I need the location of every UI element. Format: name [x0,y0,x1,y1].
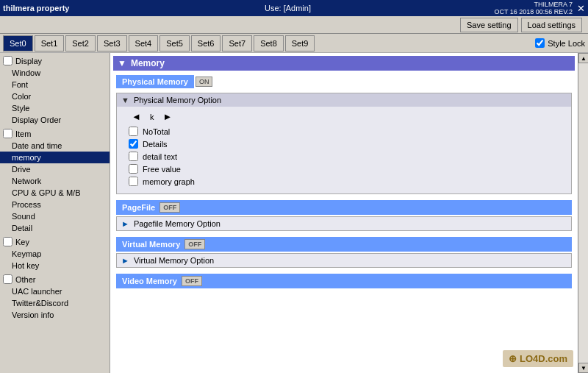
virtual-memory-label: Virtual Memory [122,240,180,249]
key-group-label: Key [15,238,29,246]
scroll-up-button[interactable]: ▲ [578,53,588,63]
sidebar-item-date-time[interactable]: Date and time [0,140,110,152]
sidebar-item-network[interactable]: Network [0,175,110,187]
key-group-checkbox[interactable] [3,237,12,246]
nav-value: k [150,113,154,121]
load-settings-button[interactable]: Load settings [521,18,582,32]
sidebar-item-version[interactable]: Version info [0,309,110,321]
sidebar-item-keymap[interactable]: Keymap [0,248,110,260]
details-label: Details [143,140,168,149]
display-group-label: Display [15,57,42,65]
video-memory-section: Video Memory OFF [116,274,572,288]
pagefile-option-title: Pagefile Memory Option [134,219,220,228]
memory-collapse-arrow[interactable]: ▼ [118,58,126,68]
virtual-memory-status: OFF [184,239,205,249]
pagefile-status: OFF [159,202,180,213]
virtual-memory-option-row[interactable]: ► Virtual Memory Option [116,253,572,268]
sidebar-item-twitter[interactable]: Twitter&Discord [0,297,110,309]
sidebar-item-detail[interactable]: Detail [0,222,110,234]
physical-memory-option-panel: ▼ Physical Memory Option ◄ k ► NoTotal D… [116,93,572,194]
tab-set1[interactable]: Set1 [35,35,65,51]
checkbox-memory-graph: memory graph [129,177,559,186]
close-button[interactable]: ✕ [577,3,585,14]
detail-text-label: detail text [143,152,177,161]
sidebar-item-memory[interactable]: memory [0,152,110,163]
details-checkbox[interactable] [129,139,138,149]
physical-memory-option-header[interactable]: ▼ Physical Memory Option [117,93,571,107]
pagefile-section: PageFile OFF ► Pagefile Memory Option [116,200,572,231]
sidebar-item-sound[interactable]: Sound [0,210,110,222]
sidebar-group-other: Other UAC launcher Twitter&Discord Versi… [0,273,110,321]
sidebar-item-window[interactable]: Window [0,67,110,79]
display-group-checkbox[interactable] [3,56,12,65]
sidebar-group-item-header: Item [0,127,110,140]
sidebar-group-key: Key Keymap Hot key [0,235,110,271]
physical-memory-option-body: ◄ k ► NoTotal Details detail text [117,107,571,193]
physical-memory-status[interactable]: ON [196,77,213,87]
video-memory-status: OFF [182,276,202,286]
pagefile-arrow-icon: ► [121,219,129,228]
free-value-label: Free value [143,165,181,174]
sidebar-group-other-header: Other [0,273,110,285]
pagefile-label: PageFile [122,203,155,212]
tab-set6[interactable]: Set6 [191,35,221,51]
scroll-down-button[interactable]: ▼ [578,363,588,373]
use-label: Use: [Admin] [146,4,431,13]
right-scrollbar[interactable]: ▲ ▼ [578,53,588,373]
lo4d-watermark: ⊕ LO4D.com [503,350,573,367]
tab-set9[interactable]: Set9 [285,35,315,51]
virtual-memory-header[interactable]: Virtual Memory OFF [116,237,572,252]
video-memory-header[interactable]: Video Memory OFF [116,274,572,288]
item-group-label: Item [15,129,31,138]
memory-section-header: ▼ Memory [113,56,575,71]
tab-set5[interactable]: Set5 [159,35,190,51]
sidebar-item-process[interactable]: Process [0,199,110,210]
other-group-checkbox[interactable] [3,274,12,284]
main-layout: Display Window Font Color Style Display … [0,53,588,373]
save-setting-button[interactable]: Save setting [460,18,518,32]
nav-prev-button[interactable]: ◄ [129,111,144,122]
tab-set7[interactable]: Set7 [222,35,252,51]
tab-set3[interactable]: Set3 [97,35,127,51]
pagefile-header[interactable]: PageFile OFF [116,200,572,215]
memory-graph-checkbox[interactable] [129,177,138,186]
memory-graph-label: memory graph [143,177,195,186]
memory-section-title: Memory [131,58,165,68]
style-lock-checkbox[interactable] [535,38,545,48]
free-value-checkbox[interactable] [129,164,138,174]
no-total-checkbox[interactable] [129,127,138,136]
main-content: ▼ Memory Physical Memory ON ▼ Physical M… [110,53,578,373]
tab-set0[interactable]: Set0 [3,35,33,51]
sidebar-group-item: Item Date and time memory Drive Network … [0,127,110,234]
virtual-memory-section: Virtual Memory OFF ► Virtual Memory Opti… [116,237,572,268]
detail-text-checkbox[interactable] [129,152,138,161]
checkbox-free-value: Free value [129,164,559,174]
sidebar-item-style[interactable]: Style [0,102,110,114]
pagefile-option-row[interactable]: ► Pagefile Memory Option [116,216,572,231]
app-title: thilmera property [3,4,146,13]
title-bar: thilmera property Use: [Admin] THILMERA … [0,0,588,16]
sidebar-group-display-header: Display [0,54,110,67]
sidebar-item-cpu-gpu[interactable]: CPU & GPU & M/B [0,187,110,199]
sidebar-item-font[interactable]: Font [0,79,110,90]
sidebar-item-uac[interactable]: UAC launcher [0,285,110,297]
sidebar-item-color[interactable]: Color [0,90,110,102]
tabs-row: Set0 Set1 Set2 Set3 Set4 Set5 Set6 Set7 … [0,34,588,53]
toolbar: Save setting Load settings [0,16,588,34]
video-memory-label: Video Memory [122,277,177,285]
nav-next-button[interactable]: ► [159,111,175,122]
sidebar: Display Window Font Color Style Display … [0,53,110,373]
physical-memory-option-title: Physical Memory Option [134,96,221,104]
sidebar-item-display-order[interactable]: Display Order [0,114,110,126]
physical-memory-label: Physical Memory [116,75,194,88]
tab-set2[interactable]: Set2 [65,35,96,51]
item-group-checkbox[interactable] [3,129,12,138]
tab-set8[interactable]: Set8 [254,35,284,51]
app-info: THILMERA 7OCT 16 2018 00:56 REV.2 [430,1,573,15]
checkbox-no-total: NoTotal [129,127,559,136]
option-collapse-arrow: ▼ [121,96,129,104]
sidebar-item-drive[interactable]: Drive [0,163,110,175]
tab-set4[interactable]: Set4 [129,35,159,51]
sidebar-item-hot-key[interactable]: Hot key [0,260,110,271]
no-total-label: NoTotal [143,127,170,136]
